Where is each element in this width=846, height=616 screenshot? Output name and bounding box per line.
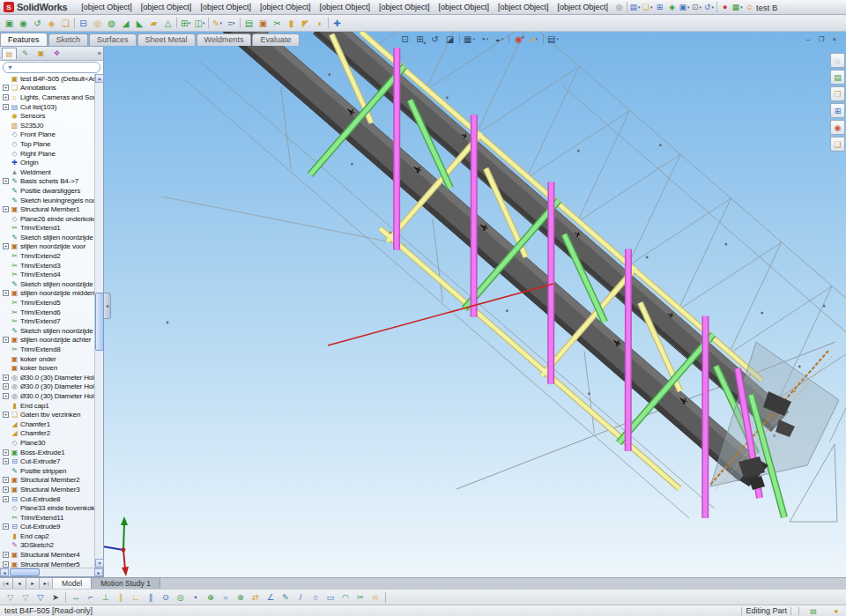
view-orientation-icon[interactable]: ▦	[463, 33, 476, 45]
viewport-canvas[interactable]	[0, 32, 846, 577]
tangent-icon[interactable]: ⊙	[160, 591, 172, 604]
tree-item[interactable]: + ▣ Structural Member2	[2, 476, 94, 486]
tree-item[interactable]: + ◎ Ø30.0 (30) Diameter Hole3	[2, 391, 94, 401]
menu-item[interactable]: [object Object]	[494, 2, 553, 12]
line-icon[interactable]: /	[294, 591, 307, 604]
menu-item[interactable]: [object Object]	[137, 2, 197, 12]
swept-boss-icon[interactable]: ↺	[31, 17, 44, 30]
filter-type-icon[interactable]: ▽	[34, 591, 47, 604]
convert-entities-icon[interactable]: ⊂	[369, 591, 382, 604]
save-icon[interactable]: ▣	[679, 2, 690, 13]
expand-box[interactable]: +	[3, 206, 9, 212]
doc-close-button[interactable]: ×	[829, 34, 840, 43]
chevron-right-icon[interactable]: »	[98, 49, 101, 57]
filter-edit-icon[interactable]: ▽	[19, 591, 32, 604]
options-panel-icon[interactable]: ▦	[731, 2, 743, 13]
tree-item[interactable]: + ✂ Trim/Extend2	[2, 251, 94, 261]
propertymanager-tab[interactable]: ✎	[18, 48, 33, 59]
tree-item[interactable]: + ▤ Cut list(103)	[2, 102, 94, 112]
gusset-icon[interactable]: ◤	[299, 17, 312, 30]
tree-item[interactable]: + ✎ Sketch stijlen noordzijde achte	[2, 326, 94, 336]
menu-item[interactable]: [object Object]	[315, 2, 375, 12]
tree-item[interactable]: + ▮ End cap2	[2, 531, 94, 541]
expand-box[interactable]: +	[3, 486, 9, 493]
reference-geometry-icon[interactable]: ✎	[211, 17, 224, 30]
tree-item[interactable]: + ⊟ Cut-Extrude9	[2, 523, 94, 532]
expand-box[interactable]: +	[3, 243, 9, 249]
scroll-last-button[interactable]: ►|	[40, 578, 53, 589]
vertical-relation-icon[interactable]: ⊥	[100, 591, 112, 604]
collinear-icon[interactable]: ∥	[115, 591, 127, 604]
concentric-icon[interactable]: ◎	[174, 591, 187, 604]
doc-restore-button[interactable]: ❐	[816, 34, 827, 43]
draft-icon[interactable]: △	[161, 17, 174, 30]
doc-minimize-button[interactable]: –	[803, 34, 813, 43]
linear-pattern-icon[interactable]: ⊞	[179, 17, 192, 30]
end-cap-icon[interactable]: ▮	[285, 17, 298, 30]
select-arrow-icon[interactable]: ➤	[49, 591, 62, 604]
trim-entities-icon[interactable]: ✂	[354, 591, 367, 604]
minimize-button[interactable]	[805, 2, 816, 12]
expand-box[interactable]: +	[3, 552, 9, 558]
tree-item[interactable]: + ❏ Gaten tbv verzinken	[2, 410, 94, 419]
design-library-icon[interactable]: ▤	[830, 70, 845, 85]
tree-item[interactable]: + ✎ Sketch leuningregels noordzijd	[2, 196, 94, 205]
realview-icon[interactable]: ◉	[512, 33, 525, 45]
command-tab[interactable]: Features	[0, 33, 48, 46]
tree-item[interactable]: + ✎ Sketch stijlen noordzijde voor	[2, 233, 94, 242]
tree-item[interactable]: + ◇ Plane30	[2, 438, 94, 448]
instant3d-icon[interactable]: ✚	[330, 17, 344, 30]
sketch-icon[interactable]: ✎	[279, 591, 292, 604]
scrollbar-thumb[interactable]	[10, 568, 40, 576]
tree-item[interactable]: + ▣ Structural Member5	[2, 560, 94, 568]
file-explorer-icon[interactable]: ❐	[830, 86, 845, 101]
perpendicular-icon[interactable]: ∟	[130, 591, 142, 604]
model-tab[interactable]: Motion Study 1	[92, 578, 160, 589]
tree-item[interactable]: + ▲ Weldment	[2, 167, 94, 177]
tree-item[interactable]: + ✎ Sketch stijlen noordzijde midde	[2, 279, 94, 289]
tree-item[interactable]: + ❏ Annotations	[2, 84, 94, 93]
tree-item[interactable]: + ⊟ Cut-Extrude8	[2, 494, 94, 504]
expand-box[interactable]: +	[3, 523, 9, 530]
tree-item[interactable]: + ◇ Plane33 einde bovenkoker	[2, 503, 94, 513]
command-tab[interactable]: Sheet Metal	[137, 33, 196, 46]
tree-item[interactable]: + ◉ Sensors	[2, 111, 94, 121]
tree-item[interactable]: + ▣ test B4F-505 (Default<As Machin	[2, 74, 94, 84]
tree-item[interactable]: + ⊟ Cut-Extrude7	[2, 456, 94, 466]
quick-tips-icon[interactable]: ▤	[808, 607, 819, 615]
tree-item[interactable]: + ▣ Structural Member4	[2, 550, 94, 560]
chamfer-icon[interactable]: ◣	[133, 17, 146, 30]
panel-collapse-handle[interactable]: ◄	[104, 293, 111, 319]
appearances-icon[interactable]: ◕	[527, 33, 540, 45]
tree-item[interactable]: + ▣ Structural Member1	[2, 204, 94, 214]
featuremanager-tab[interactable]: ▤	[2, 48, 17, 59]
tree-item[interactable]: + ◇ Right Plane	[2, 149, 94, 159]
hide-show-items-icon[interactable]: ◒	[493, 33, 506, 45]
extruded-boss-icon[interactable]: ▣	[3, 17, 16, 30]
menu-item[interactable]: [object Object]	[375, 2, 434, 12]
help-button[interactable]	[778, 2, 790, 12]
tree-item[interactable]: + ✂ Trim/Extend1	[2, 224, 94, 234]
tree-item[interactable]: + ◎ Ø30.0 (30) Diameter Hole1	[2, 373, 94, 382]
tree-item[interactable]: + ✂ Trim/Extend5	[2, 298, 94, 308]
smiley-addin-icon[interactable]: ☺	[744, 2, 755, 13]
tree-item[interactable]: + ✎ Positie strippen	[2, 466, 94, 476]
tree-item[interactable]: + ◇ Plane26 einde onderkoker	[2, 214, 94, 224]
revolved-cut-icon[interactable]: ◍	[105, 17, 118, 30]
tree-item[interactable]: + ✂ Trim/Extend3	[2, 261, 94, 271]
expand-box[interactable]: +	[3, 337, 9, 343]
expand-box[interactable]: +	[3, 375, 9, 381]
scene-icon[interactable]: ▤	[546, 33, 560, 45]
tree-item[interactable]: + ✚ Origin	[2, 158, 94, 167]
print-icon[interactable]: ⊡	[691, 2, 702, 13]
tree-item[interactable]: + ✎ Basis schets B4->7	[2, 177, 94, 187]
command-tab[interactable]: Weldments	[197, 33, 252, 46]
tree-item[interactable]: + ▮ End cap1	[2, 401, 94, 411]
publish-edrawing-icon[interactable]: ⊞	[654, 2, 665, 13]
tree-item[interactable]: + ▣ stijlen noordzijde midden	[2, 289, 94, 299]
rib-icon[interactable]: ▰	[147, 17, 160, 30]
previous-view-icon[interactable]: ↺	[428, 33, 442, 45]
expand-box[interactable]: +	[3, 94, 9, 100]
tree-item[interactable]: + ✂ Trim/Extend8	[2, 345, 94, 354]
revolved-boss-icon[interactable]: ◉	[17, 17, 30, 30]
